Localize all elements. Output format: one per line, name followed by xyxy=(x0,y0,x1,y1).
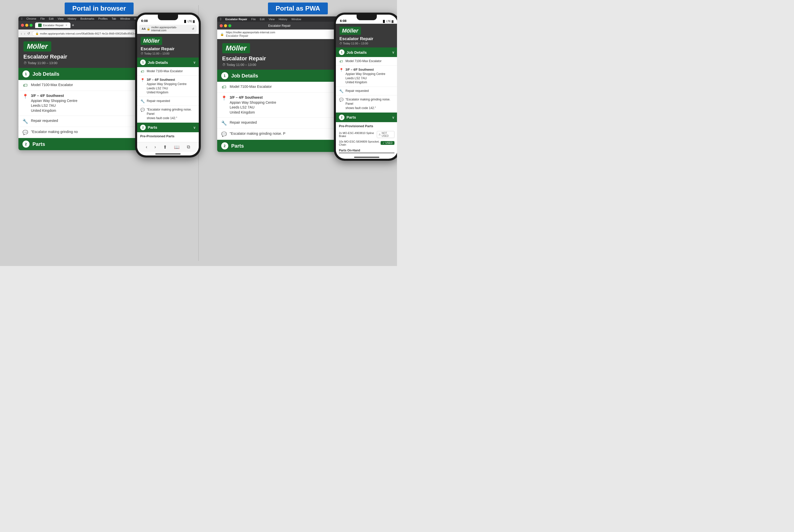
phone-moller-header: Möller Escalator Repair ⏱ Today 11:00 – … xyxy=(137,34,199,58)
phone-moller-logo-text: Möller xyxy=(143,38,160,44)
pwa-menu-view[interactable]: View xyxy=(269,18,275,21)
phone-job-details-header[interactable]: 1 Job Details ∨ xyxy=(137,58,199,67)
tabs-icon[interactable]: ⧉ xyxy=(187,144,190,150)
pwa-minimize-button[interactable] xyxy=(224,24,227,27)
parts-label: Parts xyxy=(33,141,45,147)
signal-bars-icon: ▐▌ xyxy=(183,20,187,23)
pwa-tag-icon: 🏷 xyxy=(221,84,227,90)
pwa-wrench-icon: 🔧 xyxy=(221,120,227,126)
phone-right-job-details-label: Job Details xyxy=(347,50,367,55)
back-button[interactable]: ‹ xyxy=(21,32,22,36)
note-text: "Escalator making grinding no xyxy=(31,130,78,134)
signal-label: LTE xyxy=(188,20,192,23)
phone-left-app-content: Möller Escalator Repair ⏱ Today 11:00 – … xyxy=(137,34,199,142)
fullscreen-button-green[interactable] xyxy=(30,24,33,27)
pwa-parts-label: Parts xyxy=(231,143,244,149)
apple-logo-icon:  xyxy=(21,17,22,20)
part-row-2: 10x MO-ESC-5834809 Sprocket, Chain ✓ USE… xyxy=(339,139,394,147)
phone-wrench-icon: 🔧 xyxy=(140,99,145,103)
phone-right-parts-header[interactable]: 2 Parts ∨ xyxy=(336,113,397,122)
phone-screen-left: 6:08 ▐▌ LTE ▓ AA 🔒 moller.appianportals-… xyxy=(137,15,199,155)
part-1-text: 2x MO-ESC-4903810 Spline Brake xyxy=(339,132,377,137)
phone-mockup-left: 6:08 ▐▌ LTE ▓ AA 🔒 moller.appianportals-… xyxy=(135,13,201,157)
phone-right-note-text: "Escalator making grinding noise. Panels… xyxy=(346,97,394,110)
pwa-menu-file[interactable]: File xyxy=(251,18,256,21)
pwa-lock-icon: 🔒 xyxy=(220,33,224,36)
moller-logo-text: Möller xyxy=(27,42,48,50)
pwa-menu-window[interactable]: Window xyxy=(292,18,301,21)
new-tab-button[interactable]: + xyxy=(72,23,74,27)
pwa-battery-icon: ▓ xyxy=(392,20,393,23)
pwa-menu-history[interactable]: History xyxy=(279,18,287,21)
pwa-traffic-lights xyxy=(220,24,231,27)
model-text: Model 7100-Max Escalator xyxy=(31,82,73,88)
minimize-button-yellow[interactable] xyxy=(25,24,28,27)
phone-right-app-time: ⏱ Today 11:00 – 13:00 xyxy=(339,42,394,45)
lock-icon: 🔒 xyxy=(35,32,39,35)
phone-right-tag-icon: 🏷 xyxy=(339,59,344,63)
phone-right-parts-chevron-icon: ∨ xyxy=(392,115,394,119)
phone-parts-chevron-icon: ∨ xyxy=(193,126,196,130)
part-2-text: 10x MO-ESC-5834809 Sprocket, Chain xyxy=(339,140,381,146)
pwa-model-text: Model 7100-Max Escalator xyxy=(230,84,272,89)
chat-icon: 💬 xyxy=(22,130,28,135)
pwa-job-details-label: Job Details xyxy=(231,73,258,79)
reload-icon[interactable]: ↺ xyxy=(192,27,194,31)
phone-screen-right: 6:08 ▐▌ LTE ▓ Möller Esca xyxy=(336,15,397,159)
phone-model-text: Model 7100-Max Escalator xyxy=(147,69,183,73)
used-label: USED xyxy=(385,141,392,144)
phone-right-wrench-icon: 🔧 xyxy=(339,89,344,93)
phone-right-repair-detail: 🔧 Repair requested xyxy=(336,87,397,95)
pwa-apple-logo-icon:  xyxy=(220,17,221,21)
phone-right-model-text: Model 7100-Max Escalator xyxy=(346,59,382,63)
forward-nav-icon[interactable]: › xyxy=(154,144,156,150)
phone-left-time: 6:08 xyxy=(141,19,148,23)
section-num-1: 1 xyxy=(22,71,30,77)
menu-history[interactable]: History xyxy=(68,17,76,20)
pwa-menu-app[interactable]: Escalator Repair xyxy=(225,18,247,21)
phone-parts-label: Parts xyxy=(148,125,157,130)
phone-address-bar[interactable]: AA 🔒 moller.appianportals-internal.com ↺ xyxy=(139,25,197,33)
phone-left: 6:08 ▐▌ LTE ▓ AA 🔒 moller.appianportals-… xyxy=(135,13,201,157)
browser-tab[interactable]: Escalator Repair × xyxy=(35,22,71,28)
phone-right-location-detail: 📍 3/F – 4/F Southwest Appian Way Shoppin… xyxy=(336,65,397,87)
bookmarks-icon[interactable]: 📖 xyxy=(174,144,180,150)
clock-icon: ⏱ xyxy=(23,61,27,65)
phone-bottom-bar: ‹ › ⬆ 📖 ⧉ xyxy=(137,142,199,152)
phone-section-num-2: 2 xyxy=(140,125,146,130)
pwa-moller-logo-text: Möller xyxy=(226,44,246,52)
pwa-location-text: 3/F – 4/F Southwest Appian Way Shopping … xyxy=(230,95,276,115)
menu-profiles[interactable]: Profiles xyxy=(98,17,108,20)
menu-view[interactable]: View xyxy=(58,17,63,20)
forward-button[interactable]: › xyxy=(24,32,25,36)
pwa-title: Escalator Repair xyxy=(268,24,291,27)
phone-right-parts-subtitle: Pre-Provisioned Parts xyxy=(339,124,394,128)
menu-tab[interactable]: Tab xyxy=(112,17,116,20)
phone-right-section-num-1: 1 xyxy=(339,50,345,55)
menu-file[interactable]: File xyxy=(40,17,45,20)
tab-close-icon[interactable]: × xyxy=(66,23,67,27)
pwa-fullscreen-button[interactable] xyxy=(228,24,231,27)
parts-on-hand: Parts On-Hand xyxy=(339,149,394,153)
pwa-repair-text: Repair requested xyxy=(230,120,257,125)
home-indicator xyxy=(155,153,181,154)
portal-pwa-title: Portal as PWA xyxy=(268,2,328,14)
menu-chrome[interactable]: Chrome xyxy=(26,17,36,20)
menu-edit[interactable]: Edit xyxy=(49,17,54,20)
back-nav-icon[interactable]: ‹ xyxy=(146,144,147,150)
menu-bookmarks[interactable]: Bookmarks xyxy=(80,17,94,20)
phone-parts-header[interactable]: 2 Parts ∨ xyxy=(137,123,199,132)
job-details-label: Job Details xyxy=(33,71,60,77)
reload-button[interactable]: ↺ xyxy=(27,32,30,35)
phone-right-job-details-header[interactable]: 1 Job Details ∨ xyxy=(336,48,397,57)
phone-moller-logo: Möller xyxy=(141,37,162,45)
close-button-red[interactable] xyxy=(21,24,24,27)
pwa-menu-edit[interactable]: Edit xyxy=(260,18,265,21)
menu-window[interactable]: Window xyxy=(120,17,130,20)
pwa-close-button[interactable] xyxy=(220,24,223,27)
pwa-app-subtitle: Escalator Repair xyxy=(226,34,275,38)
share-icon[interactable]: ⬆ xyxy=(163,144,167,150)
traffic-lights xyxy=(21,24,33,27)
phone-right-location-text: 3/F – 4/F Southwest Appian Way Shopping … xyxy=(346,68,385,84)
part-row-1: 2x MO-ESC-4903810 Spline Brake ⚠ NOT USE… xyxy=(339,130,394,139)
